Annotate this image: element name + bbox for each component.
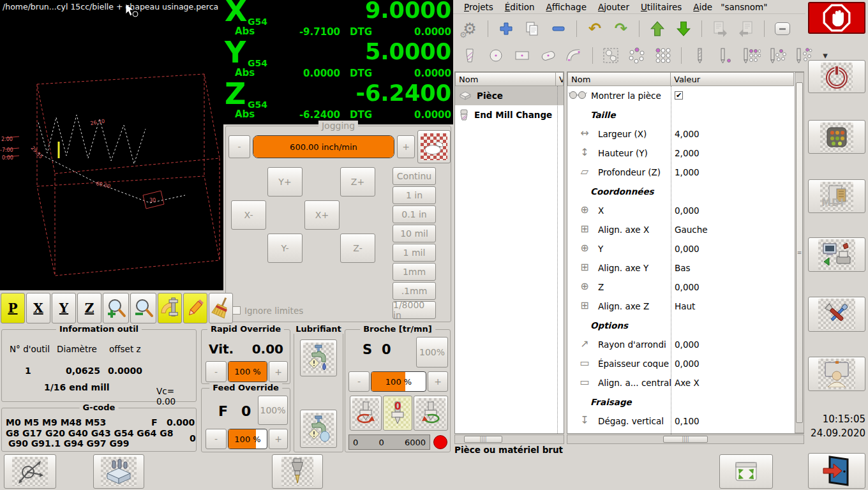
drill-grid-button[interactable] <box>740 45 763 66</box>
jog-speed-bar[interactable]: 600.00 inch/min <box>253 135 394 158</box>
mdi-mode-button[interactable]: MDI <box>808 179 865 213</box>
jog-increment-18000in[interactable]: 1/8000 in <box>393 301 436 319</box>
remove-button[interactable] <box>547 18 570 40</box>
spindle-override-plus-button[interactable]: + <box>428 371 448 392</box>
jog-x-plus-button[interactable]: X+ <box>304 200 340 230</box>
menu-projets[interactable]: Projets <box>458 1 499 13</box>
jog-x-minus-button[interactable]: X- <box>231 200 266 230</box>
jog-increment-1mil[interactable]: 1 mil <box>393 244 436 262</box>
feed-override-bar[interactable]: 100 % <box>228 429 267 449</box>
arc-path-button[interactable] <box>563 45 586 66</box>
import-project-button[interactable] <box>735 18 758 40</box>
spindle-stop-button[interactable]: 0 <box>383 396 412 431</box>
properties-hscrollbar[interactable]: |||| <box>567 434 804 444</box>
touch-off-origin-button[interactable] <box>4 454 56 489</box>
jog-fast-toggle-button[interactable] <box>417 130 451 163</box>
flood-coolant-button[interactable] <box>300 339 337 376</box>
jog-increment-1mm[interactable]: 1mm <box>393 263 436 281</box>
zoom-out-button[interactable] <box>130 293 156 323</box>
rapid-override-minus-button[interactable]: - <box>206 361 227 382</box>
clear-broom-button[interactable] <box>209 293 233 323</box>
mist-coolant-button[interactable] <box>300 410 337 448</box>
view-z-button[interactable]: Z <box>77 293 101 323</box>
prop-row-align-z[interactable]: ⊞Align. axe ZHaut <box>567 297 786 316</box>
gremlin-preview[interactable]: 2.00 -7.00 0.00 26.10 29.55 60.00 30 <box>0 0 223 290</box>
menu-aide[interactable]: Aide <box>687 1 718 13</box>
workpiece-touch-button[interactable] <box>93 454 144 489</box>
prop-row-profondeur[interactable]: ▱Profondeur (Z)1,000 <box>567 163 786 182</box>
prop-row-align-x[interactable]: ⊞Align. axe XGauche <box>567 220 786 239</box>
drill-circle-button[interactable] <box>767 45 789 66</box>
prop-row-align-central[interactable]: ▭Align. a... centralAxe X <box>567 373 786 392</box>
jog-y-plus-button[interactable]: Y+ <box>267 167 303 197</box>
prop-row-y[interactable]: ⊕Y0,000 <box>567 239 786 258</box>
jog-increment-01in[interactable]: 0.1 in <box>393 205 436 223</box>
project-tree-value-header[interactable]: Valeur <box>556 72 564 86</box>
view-x-button[interactable]: X <box>26 293 50 323</box>
exit-button[interactable] <box>808 453 865 489</box>
circular-pocket-button[interactable] <box>484 45 507 66</box>
prop-row-z[interactable]: ⊕Z0,000 <box>567 278 786 297</box>
prop-row-hauteur[interactable]: ↕Hauteur (Y)2,000 <box>567 144 786 163</box>
jog-speed-plus-button[interactable]: + <box>397 135 415 158</box>
prop-row-x[interactable]: ⊕X0,000 <box>567 201 786 220</box>
jog-y-minus-button[interactable]: Y- <box>267 234 303 263</box>
grid-pattern-button[interactable] <box>652 45 675 66</box>
spindle-ccw-button[interactable] <box>350 396 382 431</box>
auto-mode-button[interactable] <box>808 237 865 272</box>
jog-speed-minus-button[interactable]: - <box>228 135 250 158</box>
tool-change-button[interactable] <box>272 454 323 489</box>
estop-button[interactable] <box>808 2 865 34</box>
undo-button[interactable]: ↶ <box>583 18 606 40</box>
endmill-op-button[interactable] <box>458 45 481 66</box>
props-value-header[interactable]: Valeur <box>671 72 794 86</box>
jog-z-plus-button[interactable]: Z+ <box>340 167 375 197</box>
project-tree-hscrollbar[interactable]: |||| <box>454 434 564 444</box>
edit-pencil-button[interactable] <box>183 293 207 323</box>
prop-row-rayon[interactable]: ↗Rayon d'arrondi0,000 <box>567 335 786 354</box>
view-perspective-button[interactable]: P <box>1 293 25 323</box>
prop-row-degagement[interactable]: ↧Dégag. vertical0,100 <box>567 412 786 431</box>
preferences-button[interactable]: ⚙ ⚙ <box>458 18 481 40</box>
ignore-limits-checkbox[interactable] <box>232 306 241 315</box>
jog-z-minus-button[interactable]: Z- <box>340 234 375 263</box>
settings-button[interactable] <box>808 297 865 332</box>
spindle-cw-button[interactable] <box>414 396 448 431</box>
redo-button[interactable]: ↷ <box>610 18 632 40</box>
export-project-button[interactable] <box>708 18 731 40</box>
jog-increment-10mil[interactable]: 10 mil <box>393 225 436 242</box>
custom-shape-button[interactable] <box>599 45 622 66</box>
spindle-override-bar[interactable]: 100 % <box>371 371 426 392</box>
menu-edition[interactable]: Édition <box>499 1 541 13</box>
fullscreen-button[interactable] <box>719 454 773 489</box>
show-piece-checkbox[interactable]: ✔ <box>675 91 683 100</box>
spindle-override-minus-button[interactable]: - <box>348 371 370 392</box>
feed-override-plus-button[interactable]: + <box>269 429 288 449</box>
prop-row-coque[interactable]: ▭Épaisseur coque0,000 <box>567 354 786 373</box>
machine-power-button[interactable] <box>808 60 865 93</box>
prop-row-show-piece[interactable]: Montrer la pièce ✔ <box>567 86 786 105</box>
feed-override-reset-button[interactable]: 100% <box>258 396 288 425</box>
circular-pattern-button[interactable] <box>625 45 648 66</box>
view-y-button[interactable]: Y <box>52 293 76 323</box>
menu-affichage[interactable]: Affichage <box>541 1 592 13</box>
rapid-override-bar[interactable]: 100 % <box>228 361 267 382</box>
project-tree-name-header[interactable]: Nom <box>455 72 556 86</box>
duplicate-button[interactable] <box>521 18 544 40</box>
menu-ajouter[interactable]: Ajouter <box>592 1 635 13</box>
rectangular-pocket-button[interactable] <box>511 45 534 66</box>
drill-button[interactable] <box>688 45 711 66</box>
tree-item-end-mill-change[interactable]: End Mill Change <box>455 105 564 124</box>
jog-increment-01mm[interactable]: .1mm <box>393 282 436 300</box>
jog-increment-continuous[interactable]: Continu <box>393 167 436 185</box>
rapid-override-plus-button[interactable]: + <box>269 361 288 382</box>
collapse-all-button[interactable] <box>771 18 794 40</box>
drill-point-button[interactable] <box>714 45 737 66</box>
jog-increment-1in[interactable]: 1 in <box>393 186 436 204</box>
measure-tool-button[interactable] <box>158 293 182 323</box>
oblong-slot-button[interactable] <box>537 45 560 66</box>
menu-utilitaires[interactable]: Utilitaires <box>635 1 687 13</box>
move-up-button[interactable] <box>646 18 669 40</box>
feed-override-minus-button[interactable]: - <box>206 429 227 449</box>
props-name-header[interactable]: Nom <box>567 72 671 86</box>
